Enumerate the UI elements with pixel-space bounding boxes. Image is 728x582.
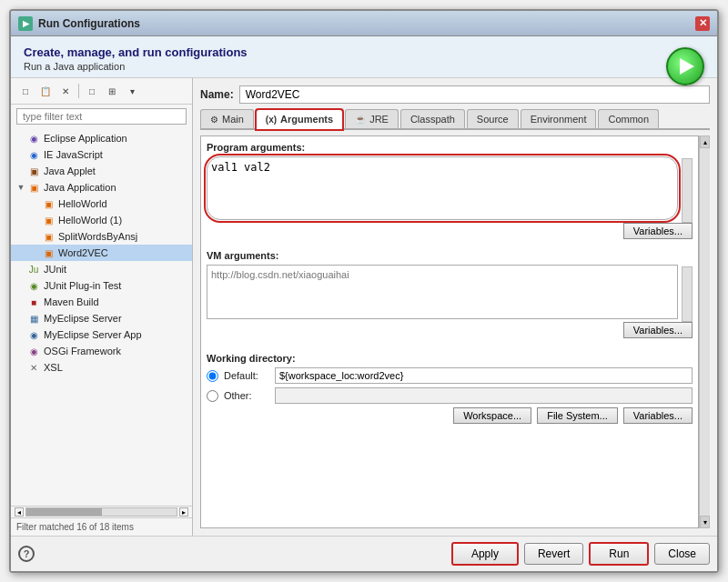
revert-button[interactable]: Revert: [524, 543, 583, 565]
tree-item-junit[interactable]: Ju JUnit: [11, 261, 192, 277]
run-button-header[interactable]: [666, 47, 704, 85]
right-panel: Name: ⚙ Main (x) Arguments ☕ JRE Cla: [193, 78, 717, 536]
scroll-right-btn[interactable]: ▸: [179, 507, 188, 517]
h-scroll-track[interactable]: [25, 507, 177, 517]
tree-item-eclipse-app[interactable]: ◉ Eclipse Application: [11, 130, 192, 146]
program-args-row: val1 val2: [207, 156, 693, 223]
scroll-track-area: [700, 148, 710, 516]
name-row: Name:: [200, 85, 710, 104]
other-dir-row: Other:: [207, 387, 693, 404]
duplicate-config-button[interactable]: 📋: [36, 82, 55, 100]
dir-variables-button[interactable]: Variables...: [623, 407, 693, 424]
tab-environment[interactable]: Environment: [521, 109, 597, 128]
tree-expand-junit: [16, 265, 25, 274]
helloworld-label: HelloWorld: [58, 198, 107, 209]
workspace-button[interactable]: Workspace...: [453, 407, 531, 424]
right-scrollbar[interactable]: ▴ ▾: [699, 135, 710, 528]
tree-item-junit-plugin[interactable]: ◉ JUnit Plug-in Test: [11, 277, 192, 294]
delete-config-button[interactable]: ✕: [56, 82, 75, 100]
java-applet-icon: ▣: [27, 165, 40, 177]
tree-item-myeclipse-app[interactable]: ◉ MyEclipse Server App: [11, 326, 192, 343]
scroll-up-btn[interactable]: ▴: [700, 135, 710, 148]
other-dir-input[interactable]: [275, 387, 693, 404]
vm-args-container: [207, 265, 678, 322]
eclipse-app-icon: ◉: [27, 132, 40, 145]
prog-args-vars-row: Variables...: [207, 223, 693, 245]
vm-args-variables-button[interactable]: Variables...: [623, 322, 693, 338]
ie-js-label: IE JavaScript: [44, 149, 103, 160]
collapse-button[interactable]: □: [83, 82, 101, 100]
helloworld-icon: ▣: [42, 197, 55, 210]
tab-source-label: Source: [477, 114, 509, 125]
tree-expand-maven: [16, 297, 25, 306]
vm-args-scrollbar[interactable]: [682, 266, 693, 322]
junit-plugin-label: JUnit Plug-in Test: [44, 280, 121, 291]
word2vec-label: Word2VEC: [58, 247, 108, 258]
h-scroll-thumb: [26, 508, 102, 516]
junit-plugin-icon: ◉: [27, 279, 40, 292]
close-button[interactable]: Close: [654, 543, 710, 565]
tab-source[interactable]: Source: [467, 109, 519, 128]
name-input[interactable]: [239, 85, 710, 104]
tree-expand-java-app: ▼: [16, 183, 25, 192]
tree-item-xsl[interactable]: ✕ XSL: [11, 359, 192, 376]
tree-item-osgi[interactable]: ◉ OSGi Framework: [11, 343, 192, 359]
tab-classpath[interactable]: Classpath: [400, 109, 465, 128]
title-bar: ▶ Run Configurations ✕: [11, 11, 717, 36]
eclipse-app-label: Eclipse Application: [44, 133, 127, 144]
prog-args-scrollbar[interactable]: [682, 158, 693, 223]
default-dir-input[interactable]: [275, 367, 693, 384]
apply-button[interactable]: Apply: [451, 542, 519, 566]
run-button[interactable]: Run: [589, 542, 649, 566]
tree-expand-ie: [16, 150, 25, 159]
header-area: Create, manage, and run configurations R…: [11, 36, 717, 78]
default-dir-row: Default:: [207, 367, 693, 384]
program-args-input[interactable]: val1 val2: [207, 156, 678, 220]
left-panel: □ 📋 ✕ □ ⊞ ▾ ◉ Eclipse Application: [11, 78, 193, 536]
filter-input[interactable]: [16, 108, 187, 125]
tree-item-maven[interactable]: ■ Maven Build: [11, 294, 192, 310]
tree-expand-hw: [31, 199, 40, 208]
working-dir-section: Working directory: Default: Other:: [207, 353, 693, 424]
osgi-icon: ◉: [27, 345, 40, 357]
close-window-button[interactable]: ✕: [695, 16, 710, 31]
window-title: Run Configurations: [38, 17, 695, 30]
tab-main[interactable]: ⚙ Main: [200, 109, 254, 128]
window-icon: ▶: [18, 16, 33, 31]
splitwords-icon: ▣: [42, 230, 55, 243]
expand-button[interactable]: ⊞: [103, 82, 121, 100]
working-dir-label: Working directory:: [207, 353, 693, 364]
help-button[interactable]: ?: [18, 546, 35, 562]
tree-item-word2vec[interactable]: ▣ Word2VEC: [11, 245, 192, 261]
other-radio[interactable]: [207, 390, 218, 402]
new-config-button[interactable]: □: [16, 82, 35, 100]
scroll-down-btn[interactable]: ▾: [700, 516, 710, 528]
header-subtitle-text: Run a Java application: [24, 61, 125, 72]
tree-item-helloworld1[interactable]: ▣ HelloWorld (1): [11, 212, 192, 228]
myeclipse-server-icon: ▦: [27, 312, 40, 325]
filter-button[interactable]: ▾: [123, 82, 141, 100]
tree-expand-hw1: [31, 216, 40, 225]
filesystem-button[interactable]: File System...: [537, 407, 618, 424]
tree-item-ie-js[interactable]: ◉ IE JavaScript: [11, 146, 192, 163]
tree-expand-split: [31, 232, 40, 241]
default-label: Default:: [224, 370, 269, 381]
default-radio[interactable]: [207, 370, 218, 382]
scroll-left-btn[interactable]: ◂: [15, 507, 24, 517]
splitwords-label: SplitWordsByAnsj: [58, 231, 137, 242]
program-args-variables-button[interactable]: Variables...: [623, 223, 693, 239]
tree-item-java-applet[interactable]: ▣ Java Applet: [11, 163, 192, 179]
tree-item-helloworld[interactable]: ▣ HelloWorld: [11, 196, 192, 212]
tree-expand-w2v: [31, 248, 40, 257]
tree-item-myeclipse-server[interactable]: ▦ MyEclipse Server: [11, 310, 192, 326]
prog-args-scroll: [682, 156, 693, 223]
tab-common[interactable]: Common: [598, 109, 659, 128]
tree-item-java-app[interactable]: ▼ ▣ Java Application: [11, 179, 192, 196]
tab-arguments[interactable]: (x) Arguments: [256, 109, 343, 130]
vm-args-input[interactable]: [207, 265, 678, 319]
maven-label: Maven Build: [44, 296, 99, 307]
tree-expand-xsl: [16, 363, 25, 372]
tree-item-splitwords[interactable]: ▣ SplitWordsByAnsj: [11, 228, 192, 245]
tab-jre[interactable]: ☕ JRE: [345, 109, 399, 128]
toolbar-separator: [78, 84, 79, 98]
